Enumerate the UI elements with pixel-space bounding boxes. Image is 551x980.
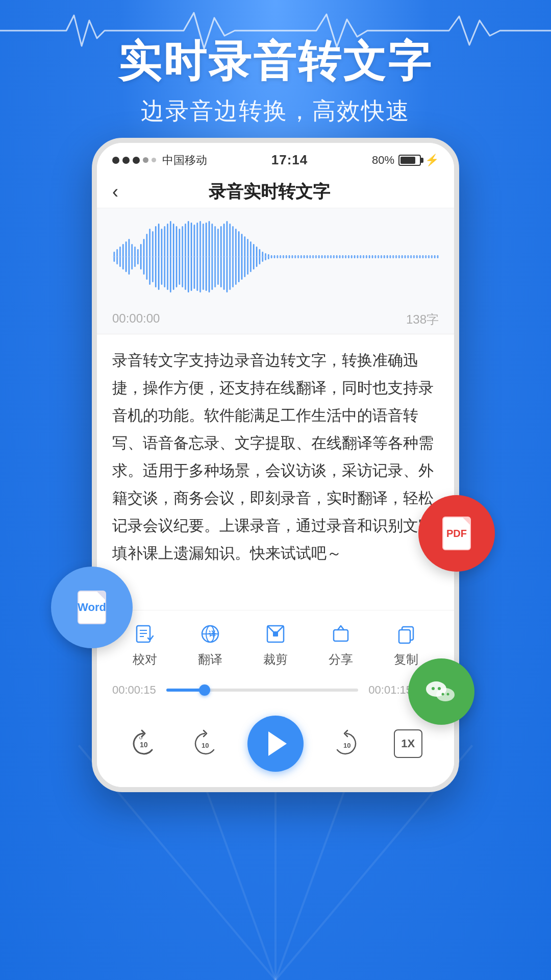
svg-text:10: 10 [343, 742, 350, 749]
carrier-text: 中国移动 [162, 153, 207, 168]
trim-icon [262, 621, 289, 647]
ecg-line [0, 10, 551, 51]
timer-row: 00:00:00 138字 [97, 305, 454, 334]
signal-dot-2 [122, 157, 130, 164]
progress-area: 00:00:15 00:01:15 [97, 673, 454, 707]
speed-label: 1X [401, 737, 415, 750]
proofread-icon [132, 621, 158, 647]
svg-rect-123 [334, 630, 348, 641]
proofread-label: 校对 [133, 651, 157, 668]
svg-rect-125 [399, 630, 410, 643]
toolbar-proofread[interactable]: 校对 [132, 621, 158, 668]
playback-controls: 10 ↺ 10 10 [97, 707, 454, 787]
share-icon [328, 621, 354, 647]
battery-fill [400, 157, 415, 164]
nav-title: 录音实时转文字 [118, 180, 420, 204]
svg-text:译: 译 [209, 630, 216, 638]
word-count-display: 138字 [406, 311, 439, 328]
svg-point-135 [432, 687, 435, 690]
float-pdf-badge[interactable]: PDF [418, 495, 495, 572]
rewind-button[interactable]: 10 ↺ [124, 725, 161, 762]
progress-bar-track[interactable] [166, 689, 358, 692]
svg-rect-122 [273, 631, 278, 636]
signal-dot-3 [133, 157, 140, 164]
waveform-area [97, 208, 454, 305]
trim-label: 裁剪 [263, 651, 288, 668]
status-left: 中国移动 [112, 153, 207, 168]
timer-display: 00:00:00 [112, 311, 160, 328]
back-button[interactable]: ‹ [112, 181, 118, 203]
progress-time-right: 00:01:15 [366, 683, 412, 697]
svg-point-138 [447, 693, 449, 696]
wechat-icon [421, 671, 462, 712]
progress-thumb [199, 684, 210, 696]
signal-dot-5 [152, 158, 156, 162]
nav-bar: ‹ 录音实时转文字 [97, 172, 454, 208]
phone-mockup: 中国移动 17:14 80% ⚡ ‹ 录音实时转文字 [92, 138, 459, 792]
pdf-icon-text: PDF [446, 528, 467, 540]
signal-dot-4 [143, 157, 148, 163]
skip-back-button[interactable]: 10 [186, 725, 223, 762]
svg-text:10: 10 [202, 742, 209, 749]
phone-spacer [97, 579, 454, 610]
svg-text:10: 10 [140, 741, 148, 749]
speed-button[interactable]: 1X [390, 725, 427, 762]
share-label: 分享 [329, 651, 353, 668]
play-button[interactable] [247, 716, 304, 772]
play-triangle-icon [268, 731, 287, 756]
toolbar-share[interactable]: 分享 [328, 621, 354, 668]
status-bar: 中国移动 17:14 80% ⚡ [97, 143, 454, 172]
copy-label: 复制 [394, 651, 418, 668]
transcript-area: 录音转文字支持边录音边转文字，转换准确迅捷，操作方便，还支持在线翻译，同时也支持… [97, 334, 454, 579]
copy-icon [393, 621, 419, 647]
signal-dot-1 [112, 157, 119, 164]
float-wechat-badge[interactable] [408, 658, 474, 725]
transcript-text: 录音转文字支持边录音边转文字，转换准确迅捷，操作方便，还支持在线翻译，同时也支持… [112, 347, 439, 567]
skip-forward-button[interactable]: 10 [328, 725, 365, 762]
toolbar: 校对 译 翻译 [97, 610, 454, 673]
toolbar-copy[interactable]: 复制 [393, 621, 419, 668]
battery-percent: 80% [372, 154, 394, 167]
status-time: 17:14 [271, 152, 308, 168]
translate-icon: 译 [197, 621, 223, 647]
float-word-badge[interactable]: Word [51, 567, 133, 648]
svg-text:↺: ↺ [139, 735, 143, 741]
toolbar-trim[interactable]: 裁剪 [262, 621, 289, 668]
svg-point-136 [438, 687, 441, 690]
progress-time-left: 00:00:15 [112, 683, 158, 697]
status-right: 80% ⚡ [372, 154, 439, 167]
word-icon-text: Word [78, 601, 106, 614]
toolbar-translate[interactable]: 译 翻译 [197, 621, 223, 668]
battery-icon [398, 155, 421, 166]
header: 实时录音转文字 边录音边转换，高效快速 [0, 15, 551, 127]
svg-point-137 [442, 693, 444, 696]
sub-title: 边录音边转换，高效快速 [0, 95, 551, 127]
lightning-icon: ⚡ [425, 154, 439, 167]
waveform-svg [112, 218, 439, 295]
phone-frame: 中国移动 17:14 80% ⚡ ‹ 录音实时转文字 [92, 138, 459, 792]
translate-label: 翻译 [198, 651, 222, 668]
